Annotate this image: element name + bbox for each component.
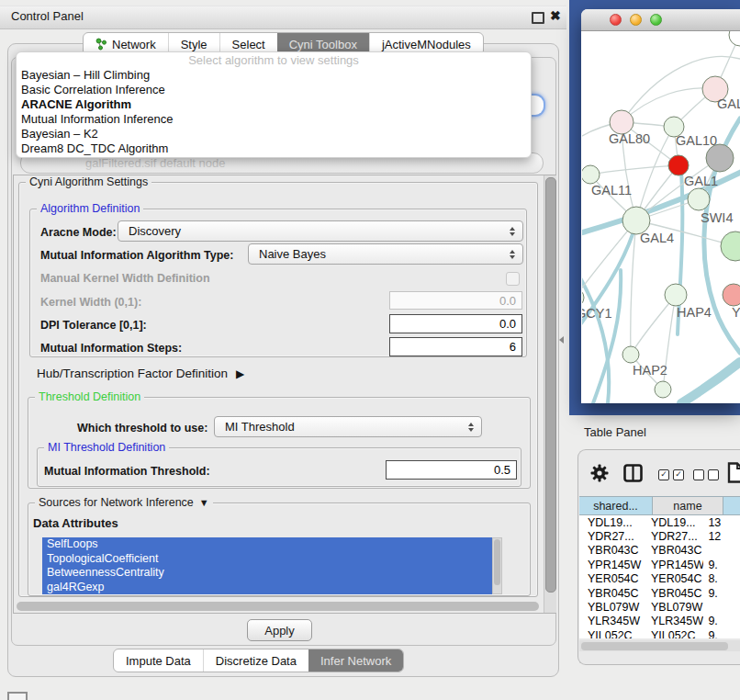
- select-all-columns-icon[interactable]: ✓ ✓: [658, 469, 684, 480]
- network-node-y[interactable]: [723, 284, 740, 306]
- algorithm-dropdown: Select algorithm to view settings Bayesi…: [16, 51, 532, 158]
- dropdown-item[interactable]: Mutual Information Inference: [17, 112, 531, 127]
- data-attribute-item[interactable]: BetweennessCentrality: [42, 566, 492, 581]
- apply-button[interactable]: Apply: [247, 619, 312, 641]
- network-node-label: Y: [732, 305, 740, 320]
- table-row[interactable]: YPR145WYPR145W9.: [579, 558, 740, 571]
- table-cell: YDL19...: [643, 516, 703, 529]
- table-cell: YBR045C: [643, 587, 703, 600]
- mi-steps-field[interactable]: 6: [389, 337, 522, 356]
- table-cell: YER054C: [579, 572, 643, 585]
- network-edge[interactable]: [590, 165, 678, 175]
- network-node-label: GCY1: [582, 306, 612, 321]
- which-threshold-value: MI Threshold: [225, 420, 295, 434]
- network-node[interactable]: [706, 144, 734, 172]
- table-panel-title: Table Panel: [584, 425, 646, 439]
- split-columns-icon[interactable]: [623, 464, 643, 486]
- mi-algorithm-type-combo[interactable]: Naive Bayes: [248, 243, 523, 265]
- dropdown-item[interactable]: Dream8 DC_TDC Algorithm: [17, 141, 531, 156]
- table-row[interactable]: YDL19...YDL19...13: [579, 515, 740, 529]
- window-zoom-button[interactable]: [650, 14, 662, 26]
- kernel-width-label: Kernel Width (0,1):: [40, 296, 141, 309]
- network-node[interactable]: [655, 381, 671, 398]
- horizontal-scrollbar-thumb[interactable]: [17, 602, 539, 611]
- deselect-all-columns-icon[interactable]: [693, 469, 719, 480]
- table-header-cell[interactable]: [723, 496, 740, 515]
- data-attribute-item[interactable]: SelfLoops: [42, 537, 492, 552]
- float-panel-icon[interactable]: [532, 12, 544, 24]
- tab-label: Cyni Toolbox: [289, 38, 357, 51]
- network-node-label: HAP4: [677, 305, 712, 320]
- dropdown-item[interactable]: Bayesian – K2: [17, 127, 531, 141]
- combo-arrows-icon: [468, 423, 474, 432]
- tab-discretize-data[interactable]: Discretize Data: [203, 649, 308, 672]
- table-row[interactable]: YBL079WYBL079W: [579, 600, 740, 614]
- table-row[interactable]: YDR27...YDR27...12: [579, 529, 740, 543]
- aracne-mode-combo[interactable]: Discovery: [118, 220, 523, 242]
- window-close-button[interactable]: [610, 14, 622, 26]
- tab-label: Select: [232, 38, 265, 51]
- dpi-tolerance-field[interactable]: 0.0: [389, 314, 522, 333]
- window-minimize-button[interactable]: [630, 14, 642, 26]
- table-header: shared...name: [579, 496, 740, 515]
- which-threshold-combo[interactable]: MI Threshold: [214, 416, 482, 437]
- network-node-gal11[interactable]: [582, 165, 600, 184]
- gear-icon[interactable]: [590, 464, 609, 486]
- network-node-label: GAL1: [684, 174, 718, 188]
- screen: Control Panel ✖ NetworkStyleSelectCyni T…: [0, 0, 740, 700]
- table-row[interactable]: YLR345WYLR345W9.: [579, 615, 740, 628]
- document-icon[interactable]: [727, 462, 740, 487]
- tab-impute-data[interactable]: Impute Data: [114, 649, 203, 672]
- network-node-hap4[interactable]: [665, 284, 687, 306]
- table-header-cell[interactable]: shared...: [579, 496, 653, 515]
- list-scrollbar-thumb[interactable]: [494, 539, 500, 585]
- close-panel-icon[interactable]: ✖: [550, 8, 561, 23]
- kernel-width-field[interactable]: 0.0: [389, 291, 522, 310]
- mi-threshold-field[interactable]: 0.5: [386, 460, 517, 480]
- table-cell: YER054C: [643, 572, 703, 585]
- table-cell: YPR145W: [579, 559, 643, 571]
- mi-algorithm-type-value: Naive Bayes: [259, 247, 326, 261]
- collapsed-arrow-icon[interactable]: ▶: [236, 367, 244, 380]
- network-edge[interactable]: [593, 270, 621, 403]
- mi-threshold-label: Mutual Information Threshold:: [44, 465, 210, 478]
- table-row[interactable]: YBR043CYBR043C: [579, 544, 740, 558]
- network-node-label: GAL80: [609, 131, 650, 146]
- table-row[interactable]: YIL052CYIL052C9.: [579, 628, 740, 638]
- network-node-label: GAL11: [591, 183, 632, 198]
- table-cell: YDR27...: [643, 530, 703, 543]
- combo-arrows-icon: [510, 227, 515, 236]
- dropdown-item[interactable]: Basic Correlation Inference: [17, 83, 531, 97]
- tab-infer-network[interactable]: Infer Network: [308, 649, 403, 672]
- which-threshold-label: Which threshold to use:: [77, 422, 207, 435]
- network-node[interactable]: [721, 231, 740, 261]
- hub-definition-expander[interactable]: Hub/Transcription Factor Definition ▶: [37, 367, 244, 380]
- table-hscrollbar-thumb[interactable]: [581, 642, 728, 650]
- network-node-swi4[interactable]: [688, 188, 710, 210]
- aracne-mode-label: Aracne Mode:: [40, 226, 117, 239]
- panel-title: Control Panel: [11, 9, 84, 23]
- network-node-gcy1[interactable]: [582, 288, 584, 307]
- network-node[interactable]: [729, 31, 740, 46]
- network-window-titlebar[interactable]: [581, 9, 740, 31]
- data-attribute-item[interactable]: gal4RGexp: [42, 581, 492, 595]
- dropdown-item[interactable]: Bayesian – Hill Climbing: [17, 68, 531, 83]
- group-title: MI Threshold Definition: [44, 441, 169, 454]
- network-node-hap2[interactable]: [622, 346, 639, 363]
- table-header-cell[interactable]: name: [653, 496, 723, 515]
- network-edge[interactable]: [681, 362, 740, 403]
- vertical-scrollbar-thumb[interactable]: [545, 177, 556, 593]
- data-attribute-item[interactable]: TopologicalCoefficient: [42, 552, 492, 567]
- minimized-panel-icon[interactable]: [7, 692, 28, 700]
- dropdown-item[interactable]: ARACNE Algorithm: [17, 97, 531, 112]
- network-canvas[interactable]: GALGAL80GAL10GAL1SWI4GAL11GAL4GCY1HAP4YH…: [582, 31, 740, 403]
- table-row[interactable]: YER054CYER054C8.: [579, 572, 740, 586]
- cyni-bottom-tabs: Impute DataDiscretize DataInfer Network: [113, 649, 404, 672]
- manual-kernel-width-checkbox[interactable]: [506, 272, 520, 286]
- expanded-arrow-icon[interactable]: ▼: [199, 497, 209, 508]
- network-node-gal1[interactable]: [668, 155, 689, 175]
- panel-divider-grip-icon[interactable]: [559, 336, 564, 344]
- network-edge[interactable]: [622, 88, 715, 122]
- table-row[interactable]: YBR045CYBR045C9.: [579, 586, 740, 600]
- table-cell: 13: [703, 516, 740, 529]
